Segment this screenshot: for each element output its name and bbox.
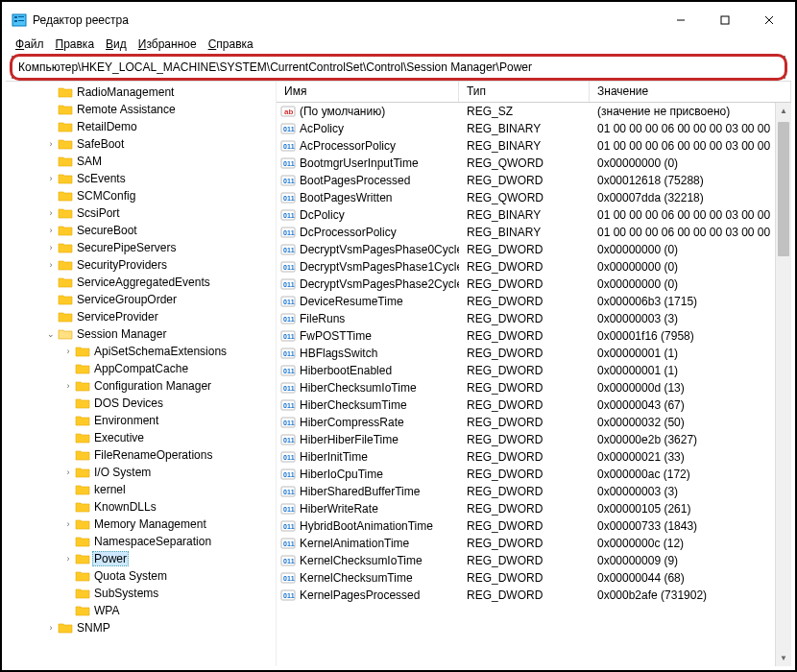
tree-label: SafeBoot	[75, 137, 126, 151]
tree-item[interactable]: SubSystems	[6, 585, 276, 602]
menu-item[interactable]: Избранное	[134, 36, 201, 52]
expand-icon[interactable]: ⌄	[44, 329, 58, 339]
list-row[interactable]: 011HiberInitTimeREG_DWORD0x00000021 (33)	[277, 448, 791, 466]
list-row[interactable]: 011HiberIoCpuTimeREG_DWORD0x000000ac (17…	[277, 466, 791, 483]
address-bar[interactable]	[12, 56, 785, 79]
list-row[interactable]: 011DecryptVsmPagesPhase2CyclesREG_DWORD0…	[277, 276, 791, 293]
list-row[interactable]: 011DeviceResumeTimeREG_DWORD0x000006b3 (…	[277, 293, 791, 310]
value-data: 0x0000000c (12)	[590, 537, 791, 550]
list-row[interactable]: 011HiberHiberFileTimeREG_DWORD0x00000e2b…	[277, 431, 791, 448]
col-header-value[interactable]: Значение	[590, 82, 791, 102]
expand-icon[interactable]: ›	[44, 623, 58, 633]
tree-item[interactable]: SAM	[6, 153, 276, 170]
tree-item[interactable]: FileRenameOperations	[6, 446, 276, 464]
tree-item[interactable]: kernel	[6, 481, 276, 498]
list-row[interactable]: 011HiberWriteRateREG_DWORD0x00000105 (26…	[277, 500, 791, 517]
scroll-up-button[interactable]: ▲	[776, 103, 791, 119]
list-row[interactable]: 011HBFlagsSwitchREG_DWORD0x00000001 (1)	[277, 345, 791, 362]
list-row[interactable]: 011DcPolicyREG_BINARY01 00 00 00 06 00 0…	[277, 206, 791, 224]
tree-item[interactable]: ›SafeBoot	[6, 135, 276, 153]
list-row[interactable]: 011KernelChecksumIoTimeREG_DWORD0x000000…	[277, 552, 791, 569]
list-row[interactable]: 011FwPOSTTimeREG_DWORD0x00001f16 (7958)	[277, 327, 791, 345]
tree-item[interactable]: Environment	[6, 412, 276, 429]
tree-item[interactable]: ServiceProvider	[6, 308, 276, 325]
list-row[interactable]: 011AcProcessorPolicyREG_BINARY01 00 00 0…	[277, 137, 791, 155]
list-row[interactable]: 011HybridBootAnimationTimeREG_DWORD0x000…	[277, 517, 791, 535]
tree-item[interactable]: ⌄Session Manager	[6, 325, 276, 343]
tree-item[interactable]: ›SecureBoot	[6, 222, 276, 239]
list-row[interactable]: 011HiberSharedBufferTimeREG_DWORD0x00000…	[277, 483, 791, 500]
list-row[interactable]: 011HiberChecksumTimeREG_DWORD0x00000043 …	[277, 396, 791, 414]
expand-icon[interactable]: ›	[44, 174, 58, 183]
list-row[interactable]: 011FileRunsREG_DWORD0x00000003 (3)	[277, 310, 791, 327]
minimize-button[interactable]	[659, 6, 703, 35]
tree-item[interactable]: ›Power	[6, 550, 276, 567]
expand-icon[interactable]: ›	[44, 208, 58, 218]
tree-item[interactable]: Quota System	[6, 567, 276, 585]
tree-item[interactable]: NamespaceSeparation	[6, 533, 276, 550]
tree-item[interactable]: KnownDLLs	[6, 498, 276, 516]
expand-icon[interactable]: ›	[44, 243, 58, 252]
tree-item[interactable]: AppCompatCache	[6, 360, 276, 377]
tree-item[interactable]: ›SecurePipeServers	[6, 239, 276, 256]
menu-item[interactable]: Вид	[102, 36, 131, 52]
expand-icon[interactable]: ›	[44, 260, 58, 270]
list-row[interactable]: 011DcProcessorPolicyREG_BINARY01 00 00 0…	[277, 224, 791, 241]
tree-item[interactable]: ›I/O System	[6, 464, 276, 481]
value-data: 0x00000000 (0)	[590, 260, 791, 274]
expand-icon[interactable]: ›	[61, 468, 75, 477]
list-row[interactable]: 011BootmgrUserInputTimeREG_QWORD0x000000…	[277, 155, 791, 172]
scroll-down-button[interactable]: ▼	[776, 650, 791, 666]
tree-item[interactable]: WPA	[6, 602, 276, 619]
list-row[interactable]: 011AcPolicyREG_BINARY01 00 00 00 06 00 0…	[277, 120, 791, 137]
value-data: 0x00000000 (0)	[590, 243, 791, 256]
col-header-type[interactable]: Тип	[459, 82, 590, 102]
tree-item[interactable]: ›SecurityProviders	[6, 256, 276, 274]
list-body[interactable]: ab(По умолчанию)REG_SZ(значение не присв…	[277, 103, 791, 604]
list-row[interactable]: 011KernelPagesProcessedREG_DWORD0x000b2a…	[277, 587, 791, 604]
tree-item[interactable]: ServiceAggregatedEvents	[6, 274, 276, 291]
tree-item[interactable]: DOS Devices	[6, 395, 276, 412]
list-row[interactable]: 011HiberChecksumIoTimeREG_DWORD0x0000000…	[277, 379, 791, 396]
value-name: FileRuns	[300, 312, 345, 325]
list-row[interactable]: ab(По умолчанию)REG_SZ(значение не присв…	[277, 103, 791, 120]
expand-icon[interactable]: ›	[61, 381, 75, 391]
tree-item[interactable]: SCMConfig	[6, 187, 276, 204]
list-row[interactable]: 011DecryptVsmPagesPhase0CyclesREG_DWORD0…	[277, 241, 791, 258]
tree-item[interactable]: RetailDemo	[6, 118, 276, 135]
tree-item[interactable]: ›SNMP	[6, 619, 276, 636]
tree-item[interactable]: Executive	[6, 429, 276, 446]
expand-icon[interactable]: ›	[61, 347, 75, 356]
list-row[interactable]: 011HiberbootEnabledREG_DWORD0x00000001 (…	[277, 362, 791, 379]
list-row[interactable]: 011KernelChecksumTimeREG_DWORD0x00000044…	[277, 569, 791, 587]
tree-item[interactable]: ServiceGroupOrder	[6, 291, 276, 308]
list-row[interactable]: 011BootPagesWrittenREG_QWORD0x00007dda (…	[277, 189, 791, 206]
expand-icon[interactable]: ›	[61, 519, 75, 529]
menu-item[interactable]: Справка	[205, 36, 257, 52]
tree-item[interactable]: RadioManagement	[6, 84, 276, 101]
tree-panel[interactable]: RadioManagementRemote AssistanceRetailDe…	[6, 82, 277, 666]
tree-item[interactable]: ›Configuration Manager	[6, 377, 276, 395]
close-button[interactable]	[747, 6, 791, 35]
col-header-name[interactable]: Имя	[277, 82, 459, 102]
tree-item[interactable]: ›ScEvents	[6, 170, 276, 187]
scrollbar[interactable]: ▲ ▼	[775, 103, 791, 666]
tree-item[interactable]: ›ApiSetSchemaExtensions	[6, 343, 276, 360]
value-type: REG_BINARY	[459, 208, 590, 222]
list-row[interactable]: 011HiberCompressRateREG_DWORD0x00000032 …	[277, 414, 791, 431]
menu-item[interactable]: Правка	[52, 36, 99, 52]
list-row[interactable]: 011BootPagesProcessedREG_DWORD0x00012618…	[277, 172, 791, 189]
app-icon	[12, 12, 27, 28]
expand-icon[interactable]: ›	[44, 139, 58, 149]
tree-item[interactable]: ›Memory Management	[6, 516, 276, 533]
expand-icon[interactable]: ›	[61, 554, 75, 564]
menu-item[interactable]: Файл	[12, 36, 48, 52]
scroll-thumb[interactable]	[778, 122, 789, 256]
list-row[interactable]: 011DecryptVsmPagesPhase1CyclesREG_DWORD0…	[277, 258, 791, 276]
maximize-button[interactable]	[703, 6, 747, 35]
expand-icon[interactable]: ›	[44, 226, 58, 235]
list-row[interactable]: 011KernelAnimationTimeREG_DWORD0x0000000…	[277, 535, 791, 552]
tree-item[interactable]: ›ScsiPort	[6, 204, 276, 222]
tree-item[interactable]: Remote Assistance	[6, 101, 276, 118]
tree-label: WPA	[92, 604, 121, 617]
